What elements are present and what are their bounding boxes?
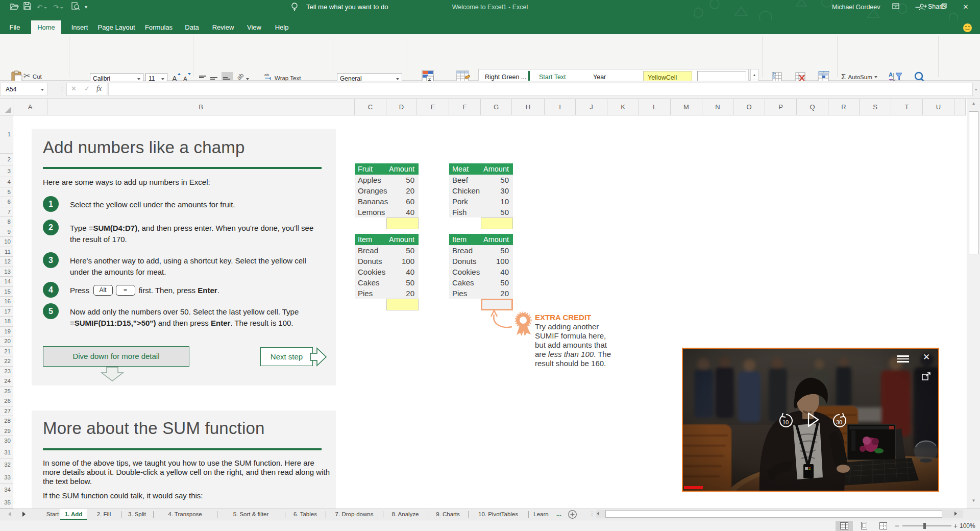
column-header-P[interactable]: P: [765, 99, 797, 115]
row-header-30[interactable]: 30: [0, 436, 13, 446]
orientation-caret[interactable]: [246, 78, 249, 80]
row-header-1[interactable]: 1: [0, 115, 13, 154]
column-header-partial[interactable]: [954, 99, 966, 115]
row-header-20[interactable]: 20: [0, 336, 13, 347]
sheet-tab-4-transpose[interactable]: 4. Transpose: [153, 509, 217, 520]
column-header-K[interactable]: K: [607, 99, 639, 115]
row-header-25[interactable]: 25: [0, 387, 13, 397]
sheet-tab-learn[interactable]: Learn: [528, 509, 554, 520]
column-header-H[interactable]: H: [512, 99, 545, 115]
sheet-tab-start[interactable]: Start: [45, 509, 60, 520]
zoom-out-button[interactable]: −: [895, 521, 899, 530]
column-header-M[interactable]: M: [671, 99, 702, 115]
insert-function-icon[interactable]: fx: [96, 85, 102, 93]
tell-me-box[interactable]: Tell me what you want to do: [306, 0, 388, 14]
column-header-B[interactable]: B: [47, 99, 355, 115]
expand-formula-bar-icon[interactable]: ⌄: [974, 86, 978, 91]
row-header-23[interactable]: 23: [0, 367, 13, 377]
ribbon-tab-formulas[interactable]: Formulas: [143, 20, 175, 34]
row-header-33[interactable]: 33: [0, 471, 13, 484]
row-header-11[interactable]: 11: [0, 247, 13, 257]
row-header-13[interactable]: 13: [0, 267, 13, 277]
sheet-tab-6-tables[interactable]: 6. Tables: [285, 509, 326, 520]
user-account[interactable]: Michael Gordeev: [832, 4, 880, 11]
yellow-sum-cell[interactable]: [386, 218, 419, 229]
horizontal-scrollbar[interactable]: [596, 510, 963, 518]
column-header-U[interactable]: U: [923, 99, 954, 115]
row-header-28[interactable]: 28: [0, 416, 13, 426]
row-header-7[interactable]: 7: [0, 207, 13, 218]
orientation-button[interactable]: ab: [235, 71, 245, 81]
column-header-O[interactable]: O: [733, 99, 765, 115]
sheet-nav-right-icon[interactable]: [22, 512, 26, 517]
yellow-sum-cell[interactable]: [386, 299, 419, 310]
sheet-tab-2-fill[interactable]: 2. Fill: [87, 509, 121, 520]
column-header-R[interactable]: R: [828, 99, 860, 115]
ribbon-tab-file[interactable]: File: [4, 20, 26, 34]
row-header-4[interactable]: 4: [0, 177, 13, 187]
row-header-21[interactable]: 21: [0, 347, 13, 357]
row-header-24[interactable]: 24: [0, 376, 13, 387]
row-header-16[interactable]: 16: [0, 297, 13, 307]
row-header-19[interactable]: 19: [0, 327, 13, 337]
row-header-31[interactable]: 31: [0, 446, 13, 459]
column-header-E[interactable]: E: [417, 99, 449, 115]
zoom-slider-handle[interactable]: [923, 523, 926, 529]
column-header-N[interactable]: N: [702, 99, 733, 115]
cancel-icon[interactable]: ✕: [71, 85, 77, 92]
column-header-D[interactable]: D: [386, 99, 417, 115]
column-headers[interactable]: ABCDEFGHIJKLMNOPQRSTU: [0, 99, 966, 115]
page-break-view-button[interactable]: [875, 521, 892, 531]
sheet-tab-9-charts[interactable]: 9. Charts: [428, 509, 468, 520]
formula-input[interactable]: [108, 83, 973, 96]
ribbon-tab-insert[interactable]: Insert: [68, 20, 91, 34]
video-menu-icon[interactable]: [897, 354, 909, 364]
normal-view-button[interactable]: [836, 521, 853, 531]
row-header-17[interactable]: 17: [0, 307, 13, 317]
ribbon-display-options-icon[interactable]: [887, 0, 904, 14]
row-header-8[interactable]: 8: [0, 217, 13, 227]
new-sheet-button[interactable]: [568, 510, 577, 521]
vertical-scrollbar[interactable]: ▲ ▼: [967, 99, 980, 509]
sheet-tab-1-add[interactable]: 1. Add: [60, 509, 87, 520]
row-header-3[interactable]: 3: [0, 165, 13, 177]
ribbon-tab-review[interactable]: Review: [209, 20, 237, 34]
column-header-J[interactable]: J: [576, 99, 607, 115]
page-layout-view-button[interactable]: [855, 521, 873, 531]
hscroll-right-icon[interactable]: [954, 512, 957, 516]
row-header-18[interactable]: 18: [0, 317, 13, 327]
zoom-level[interactable]: 100%: [960, 522, 975, 529]
horizontal-scroll-thumb[interactable]: [605, 510, 942, 518]
row-header-6[interactable]: 6: [0, 197, 13, 207]
column-header-C[interactable]: C: [355, 99, 386, 115]
row-header-26[interactable]: 26: [0, 396, 13, 406]
row-header-9[interactable]: 9: [0, 227, 13, 237]
sheet-nav-left-icon[interactable]: [8, 512, 11, 517]
autosum-button[interactable]: Σ AutoSum: [841, 72, 877, 81]
vertical-scroll-thumb[interactable]: [969, 111, 978, 254]
next-step-button[interactable]: Next step: [260, 347, 313, 366]
row-header-12[interactable]: 12: [0, 257, 13, 267]
video-close-icon[interactable]: ✕: [923, 352, 930, 363]
row-header-14[interactable]: 14: [0, 277, 13, 287]
sheet-tab-8-analyze[interactable]: 8. Analyze: [383, 509, 428, 520]
share-button[interactable]: Share: [928, 0, 945, 14]
name-box[interactable]: A54: [0, 83, 47, 96]
column-header-I[interactable]: I: [545, 99, 576, 115]
column-header-G[interactable]: G: [481, 99, 512, 115]
column-header-Q[interactable]: Q: [797, 99, 828, 115]
sheet-tab-10-pivottables[interactable]: 10. PivotTables: [468, 509, 528, 520]
ribbon-tab-data[interactable]: Data: [181, 20, 203, 34]
column-header-L[interactable]: L: [639, 99, 671, 115]
ribbon-tab-home[interactable]: Home: [31, 20, 61, 34]
hscroll-left-icon[interactable]: [597, 512, 599, 516]
ribbon-tab-view[interactable]: View: [243, 20, 265, 34]
cut-button[interactable]: ✂ Cut: [23, 71, 42, 81]
row-header-32[interactable]: 32: [0, 458, 13, 471]
row-header-27[interactable]: 27: [0, 406, 13, 417]
sheet-tab-3-split[interactable]: 3. Split: [121, 509, 153, 520]
feedback-smiley-icon[interactable]: [963, 23, 972, 35]
dive-down-button[interactable]: Dive down for more detail: [43, 346, 189, 367]
more-sheets-button[interactable]: ...: [556, 509, 561, 520]
sheet-tab-7-drop-downs[interactable]: 7. Drop-downs: [326, 509, 383, 520]
